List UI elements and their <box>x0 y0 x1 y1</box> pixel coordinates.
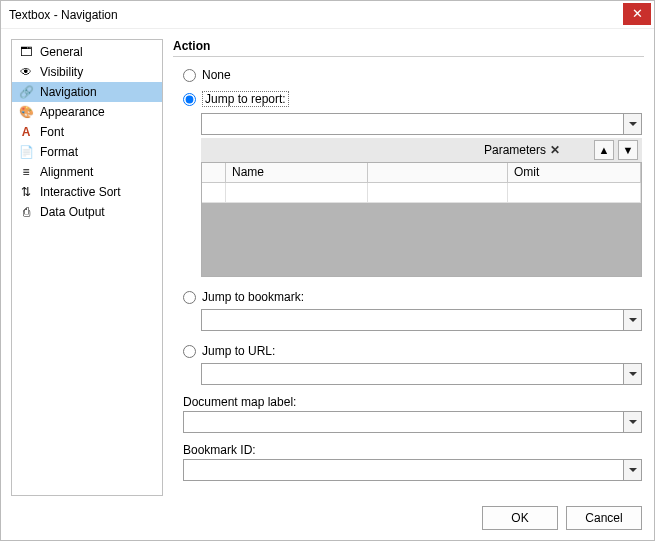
titlebar: Textbox - Navigation ✕ <box>1 1 654 29</box>
appearance-icon: 🎨 <box>18 104 34 120</box>
radio-jump-bookmark-row[interactable]: Jump to bookmark: <box>183 287 642 307</box>
grid-new-row[interactable] <box>202 183 641 203</box>
radio-jump-report-label: Jump to report: <box>202 91 289 107</box>
move-up-button[interactable]: ▲ <box>594 140 614 160</box>
sidebar-item-interactive-sort[interactable]: ⇅ Interactive Sort <box>12 182 162 202</box>
grid-col-rowheader <box>202 163 226 182</box>
radio-jump-bookmark[interactable] <box>183 291 196 304</box>
jump-report-combo[interactable] <box>201 113 642 135</box>
main-panel: Action None Jump to report: <box>173 39 644 496</box>
dropdown-icon[interactable] <box>623 412 641 432</box>
sidebar-item-data-output[interactable]: ⎙ Data Output <box>12 202 162 222</box>
radio-jump-bookmark-label: Jump to bookmark: <box>202 290 304 304</box>
parameters-toolbar: Parameters ✕ ▲ ▼ <box>201 138 642 162</box>
sidebar-item-visibility[interactable]: 👁 Visibility <box>12 62 162 82</box>
dialog-window: Textbox - Navigation ✕ 🗔 General 👁 Visib… <box>0 0 655 541</box>
sidebar-item-label: Interactive Sort <box>40 185 121 199</box>
cancel-button[interactable]: Cancel <box>566 506 642 530</box>
radio-none[interactable] <box>183 69 196 82</box>
bookmark-id-label: Bookmark ID: <box>183 443 642 457</box>
dropdown-icon[interactable] <box>623 114 641 134</box>
radio-none-label: None <box>202 68 231 82</box>
sidebar-item-format[interactable]: 📄 Format <box>12 142 162 162</box>
grid-header: Name Omit <box>202 163 641 183</box>
dialog-footer: OK Cancel <box>1 496 654 540</box>
interactive-sort-icon: ⇅ <box>18 184 34 200</box>
sidebar-item-appearance[interactable]: 🎨 Appearance <box>12 102 162 122</box>
alignment-icon: ≡ <box>18 164 34 180</box>
sidebar-item-font[interactable]: A Font <box>12 122 162 142</box>
grid-col-omit: Omit <box>508 163 641 182</box>
sidebar-item-label: Font <box>40 125 64 139</box>
delete-icon[interactable]: ✕ <box>550 143 560 157</box>
format-icon: 📄 <box>18 144 34 160</box>
sidebar-item-alignment[interactable]: ≡ Alignment <box>12 162 162 182</box>
sidebar-item-label: General <box>40 45 83 59</box>
window-title: Textbox - Navigation <box>9 8 623 22</box>
bookmark-id-combo[interactable] <box>183 459 642 481</box>
jump-url-combo[interactable] <box>201 363 642 385</box>
radio-jump-url[interactable] <box>183 345 196 358</box>
radio-none-row[interactable]: None <box>183 65 642 85</box>
sidebar-item-label: Format <box>40 145 78 159</box>
move-down-button[interactable]: ▼ <box>618 140 638 160</box>
sidebar-item-label: Alignment <box>40 165 93 179</box>
dropdown-icon[interactable] <box>623 460 641 480</box>
jump-bookmark-combo[interactable] <box>201 309 642 331</box>
section-divider <box>173 56 644 57</box>
dropdown-icon[interactable] <box>623 364 641 384</box>
sidebar-item-label: Appearance <box>40 105 105 119</box>
ok-button[interactable]: OK <box>482 506 558 530</box>
visibility-icon: 👁 <box>18 64 34 80</box>
navigation-icon: 🔗 <box>18 84 34 100</box>
dropdown-icon[interactable] <box>623 310 641 330</box>
doc-map-combo[interactable] <box>183 411 642 433</box>
grid-col-name: Name <box>226 163 368 182</box>
radio-jump-report[interactable] <box>183 93 196 106</box>
doc-map-label: Document map label: <box>183 395 642 409</box>
category-sidebar: 🗔 General 👁 Visibility 🔗 Navigation 🎨 Ap… <box>11 39 163 496</box>
action-heading: Action <box>173 39 644 53</box>
close-button[interactable]: ✕ <box>623 3 651 25</box>
sidebar-item-general[interactable]: 🗔 General <box>12 42 162 62</box>
general-icon: 🗔 <box>18 44 34 60</box>
grid-body <box>202 203 641 276</box>
sidebar-item-label: Navigation <box>40 85 97 99</box>
grid-col-value <box>368 163 508 182</box>
sidebar-item-navigation[interactable]: 🔗 Navigation <box>12 82 162 102</box>
radio-jump-url-label: Jump to URL: <box>202 344 275 358</box>
sidebar-item-label: Data Output <box>40 205 105 219</box>
parameters-label: Parameters <box>484 143 546 157</box>
sidebar-item-label: Visibility <box>40 65 83 79</box>
radio-jump-url-row[interactable]: Jump to URL: <box>183 341 642 361</box>
parameters-grid[interactable]: Name Omit <box>201 162 642 277</box>
radio-jump-report-row[interactable]: Jump to report: <box>183 89 642 109</box>
data-output-icon: ⎙ <box>18 204 34 220</box>
font-icon: A <box>18 124 34 140</box>
